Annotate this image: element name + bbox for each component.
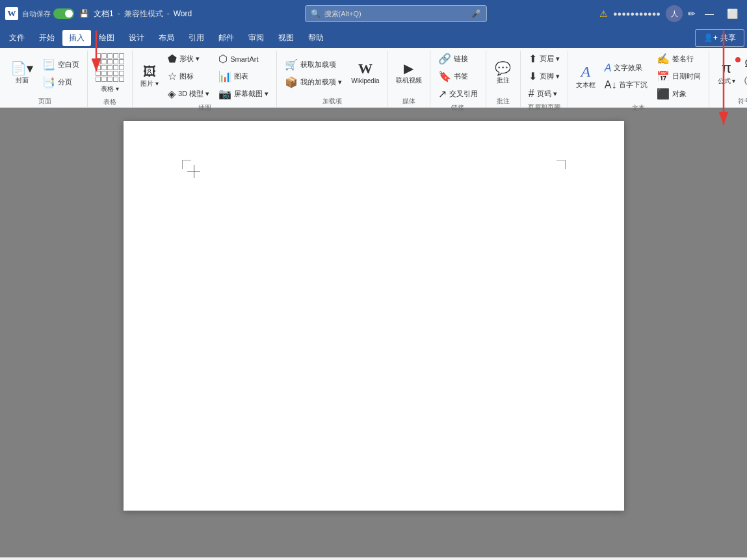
btn-footer[interactable]: ⬇ 页脚 ▾ [525,68,564,84]
autosave-area: 自动保存 [22,8,74,19]
btn-symbol[interactable]: Ω 符号 [740,56,747,71]
btn-dropcap[interactable]: A↓ 首字下沉 [601,77,652,93]
formula-icon: π [722,61,731,75]
group-label-headerfooter: 页眉和页脚 [528,101,560,113]
tc1 [96,53,101,58]
minimize-button[interactable]: — [701,8,718,19]
cursor-cross [187,165,200,178]
tc17 [101,71,107,76]
search-box[interactable]: 🔍 搜索(Alt+Q) 🎤 [305,5,487,22]
ribbon-wrapper: 文件 开始 插入 绘图 设计 布局 引用 邮件 审阅 视图 帮助 👤+ 共享 📄… [0,27,747,108]
menu-file[interactable]: 文件 [3,30,31,46]
btn-datetime[interactable]: 📅 日期时间 [653,68,705,84]
app-title: Word [174,9,192,18]
mic-icon[interactable]: 🎤 [471,9,481,18]
btn-crossref[interactable]: ↗ 交叉引用 [434,86,482,102]
toolbar-group-text: A 文本框 A 文字效果 A↓ 首字下沉 ✍ 签名行 [568,51,710,107]
group-label-page: 页面 [38,95,51,107]
menu-draw[interactable]: 绘图 [92,30,121,46]
3d-label: 3D 模型 ▾ [178,89,209,99]
video-icon: ▶ [404,62,413,75]
menu-design[interactable]: 设计 [122,30,151,46]
illustration-col: ⬟ 形状 ▾ ☆ 图标 ◈ 3D 模型 ▾ [164,51,213,102]
comment-icon: 💬 [495,62,511,75]
compat-mode: - [118,9,120,18]
share-button[interactable]: 👤+ 共享 [695,29,744,47]
crossref-icon: ↗ [438,88,447,100]
document-page [124,121,624,511]
tc11 [96,65,101,70]
menu-start[interactable]: 开始 [33,30,61,46]
object-icon: ⬛ [657,88,670,100]
page-btns-col: 📃 空白页 📑 分页 [38,57,83,90]
cover-label: 封面 [16,76,29,85]
btn-pagenum[interactable]: # 页码 ▾ [525,86,564,101]
tc5 [119,53,124,58]
btn-blank-page[interactable]: 📃 空白页 [38,57,83,73]
menu-mail[interactable]: 邮件 [212,30,241,46]
btn-shape[interactable]: ⬟ 形状 ▾ [164,51,213,67]
group-label-addins: 加载项 [322,95,342,107]
datetime-icon: 📅 [657,70,670,83]
btn-get-addins[interactable]: 🛒 获取加载项 [281,57,346,73]
menu-reference[interactable]: 引用 [182,30,211,46]
menu-help[interactable]: 帮助 [302,30,330,46]
btn-text-effect[interactable]: A 文字效果 [601,60,652,76]
avatar[interactable]: 人 [666,5,683,22]
datetime-label: 日期时间 [672,71,701,81]
symbol-icon: Ω [744,58,747,70]
brush-icon[interactable]: ✏ [688,8,696,19]
wikipedia-icon: W [358,62,373,76]
group-label-text: 文本 [632,102,645,114]
object-label: 对象 [672,89,687,99]
toolbar-group-page: 📄▾ 封面 📃 空白页 📑 分页 页面 [3,51,88,107]
menu-layout[interactable]: 布局 [152,30,181,46]
maximize-button[interactable]: ⬜ [723,8,742,19]
btn-page-break[interactable]: 📑 分页 [38,74,83,90]
btn-screenshot[interactable]: 📷 屏幕截图 ▾ [215,86,272,102]
save-button[interactable]: 💾 [78,8,90,19]
menu-view[interactable]: 视图 [272,30,300,46]
btn-online-video[interactable]: ▶ 联机视频 [392,59,426,88]
link-icon: 🔗 [438,53,451,65]
btn-formula[interactable]: π 公式 ▾ [713,58,739,88]
btn-my-addins[interactable]: 📦 我的加载项 ▾ [281,74,346,90]
dropcap-icon: A↓ [605,79,617,91]
sigline-label: 签名行 [672,54,694,64]
btn-cover[interactable]: 📄▾ 封面 [7,59,37,88]
btn-wikipedia[interactable]: W Wikipedia [347,59,383,87]
btn-comment[interactable]: 💬 批注 [490,59,516,88]
header-icon: ⬆ [529,53,537,65]
document-area [0,108,747,557]
tc6 [96,59,101,64]
btn-chart[interactable]: 📊 图表 [215,68,272,84]
titlebar-left: W 自动保存 💾 文档1 - 兼容性模式 - Word [5,7,192,20]
crossref-label: 交叉引用 [449,89,478,99]
menu-review[interactable]: 审阅 [242,30,270,46]
cursor-v [194,165,194,178]
btn-smartart[interactable]: ⬡ SmartArt [215,51,272,67]
title-separator: - [167,9,170,18]
btn-picture[interactable]: 🖼 图片 ▾ [137,62,163,91]
btn-icon[interactable]: ☆ 图标 [164,68,213,84]
warning-icon: ⚠ [599,8,608,19]
btn-table[interactable]: 表格 ▾ [92,51,128,96]
screenshot-label: 屏幕截图 ▾ [234,89,269,99]
word-logo: W [5,7,18,20]
btn-bookmark[interactable]: 🔖 书签 [434,68,482,84]
btn-link[interactable]: 🔗 链接 [434,51,482,67]
my-addins-label: 我的加载项 ▾ [300,77,342,87]
btn-object[interactable]: ⬛ 对象 [653,86,705,102]
autosave-toggle[interactable] [53,8,74,19]
video-label: 联机视频 [396,76,422,85]
autosave-label: 自动保存 [22,9,51,19]
footer-icon: ⬇ [529,70,537,83]
btn-sigline[interactable]: ✍ 签名行 [653,51,705,67]
btn-3d-model[interactable]: ◈ 3D 模型 ▾ [164,86,213,102]
group-content-symbol: π 公式 ▾ Ω 符号 ⓪ 编号 [713,51,747,95]
menu-insert[interactable]: 插入 [62,30,91,46]
btn-numbering[interactable]: ⓪ 编号 [740,73,747,90]
footer-label: 页脚 ▾ [540,71,560,81]
btn-textbox[interactable]: A 文本框 [572,61,599,92]
btn-header[interactable]: ⬆ 页眉 ▾ [525,51,564,67]
